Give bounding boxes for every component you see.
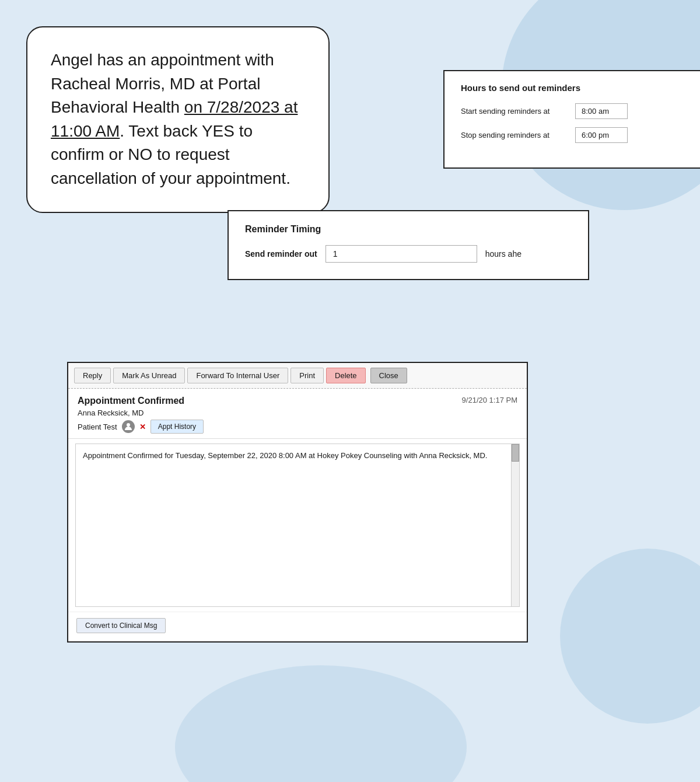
start-reminders-row: Start sending reminders at <box>461 103 684 119</box>
message-toolbar: Reply Mark As Unread Forward To Internal… <box>68 363 527 389</box>
appt-history-button[interactable]: Appt History <box>150 420 204 434</box>
bg-curve-bottom-left <box>175 665 467 782</box>
reminder-row: Send reminder out hours ahe <box>245 245 572 263</box>
reminder-panel-title: Reminder Timing <box>245 224 572 235</box>
reminder-suffix: hours ahe <box>485 249 522 259</box>
patient-row: Patient Test ✕ Appt History <box>78 420 517 434</box>
msg-header-row1: Appointment Confirmed 9/21/20 1:17 PM <box>78 396 517 406</box>
reminder-panel: Reminder Timing Send reminder out hours … <box>228 210 589 280</box>
appointment-link[interactable]: on 7/28/2023 at 11:00 AM <box>51 98 298 140</box>
scrollbar-thumb[interactable] <box>512 444 519 462</box>
svg-point-0 <box>127 423 130 427</box>
sms-bubble: Angel has an appointment with Racheal Mo… <box>26 26 330 213</box>
hours-panel: Hours to send out reminders Start sendin… <box>443 70 700 169</box>
message-panel: Reply Mark As Unread Forward To Internal… <box>67 362 528 643</box>
convert-to-clinical-msg-button[interactable]: Convert to Clinical Msg <box>76 618 166 633</box>
stop-label: Stop sending reminders at <box>461 131 566 139</box>
sms-bubble-text: Angel has an appointment with Racheal Mo… <box>51 48 305 191</box>
start-label: Start sending reminders at <box>461 107 566 116</box>
patient-remove-icon[interactable]: ✕ <box>139 423 146 431</box>
send-reminder-label: Send reminder out <box>245 249 317 259</box>
message-body: Appointment Confirmed for Tuesday, Septe… <box>75 444 520 607</box>
stop-reminders-row: Stop sending reminders at <box>461 127 684 143</box>
message-date: 9/21/20 1:17 PM <box>462 396 517 404</box>
stop-time-input[interactable] <box>575 127 628 143</box>
hours-panel-title: Hours to send out reminders <box>461 83 684 93</box>
mark-unread-button[interactable]: Mark As Unread <box>113 368 185 383</box>
send-reminder-input[interactable] <box>326 245 477 263</box>
start-time-input[interactable] <box>575 103 628 119</box>
patient-name: Patient Test <box>78 423 117 431</box>
patient-icon <box>122 420 135 433</box>
close-button[interactable]: Close <box>370 368 407 383</box>
forward-button[interactable]: Forward To Internal User <box>187 368 288 383</box>
reply-button[interactable]: Reply <box>74 368 111 383</box>
message-header: Appointment Confirmed 9/21/20 1:17 PM An… <box>68 389 527 439</box>
message-subject: Appointment Confirmed <box>78 396 184 406</box>
scrollbar[interactable] <box>511 444 519 606</box>
message-body-text: Appointment Confirmed for Tuesday, Septe… <box>76 444 519 467</box>
print-button[interactable]: Print <box>290 368 324 383</box>
bg-curve-bottom-right <box>560 549 700 724</box>
message-footer: Convert to Clinical Msg <box>68 612 527 641</box>
delete-button[interactable]: Delete <box>326 368 366 383</box>
message-from: Anna Recksick, MD <box>78 409 517 417</box>
